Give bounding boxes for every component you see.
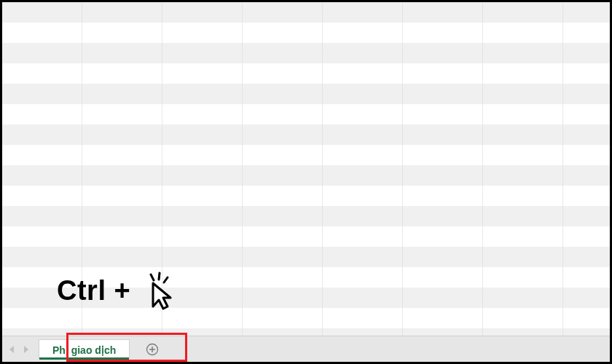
grid-row — [2, 226, 610, 247]
tab-next-button[interactable] — [21, 344, 31, 355]
grid-row — [2, 165, 610, 186]
grid-row — [2, 84, 610, 104]
grid-row — [2, 124, 610, 145]
grid-row — [2, 328, 610, 336]
sheet-tab-active[interactable]: Phí giao dịch — [39, 339, 130, 359]
grid-row — [2, 267, 610, 288]
grid-row — [2, 288, 610, 308]
grid-row — [2, 186, 610, 206]
tab-prev-button[interactable] — [7, 344, 17, 355]
grid-row — [2, 23, 610, 43]
grid-row — [2, 2, 610, 23]
grid-row — [2, 206, 610, 226]
grid-row — [2, 104, 610, 124]
grid-row — [2, 63, 610, 84]
grid-row — [2, 247, 610, 267]
spreadsheet-grid[interactable] — [2, 2, 610, 336]
grid-row — [2, 43, 610, 63]
tab-nav — [7, 344, 31, 355]
grid-row — [2, 308, 610, 328]
grid-row — [2, 145, 610, 165]
sheet-tab-bar: Phí giao dịch — [2, 336, 610, 362]
sheet-tab-label: Phí giao dịch — [52, 344, 116, 356]
new-sheet-button[interactable] — [144, 341, 160, 357]
